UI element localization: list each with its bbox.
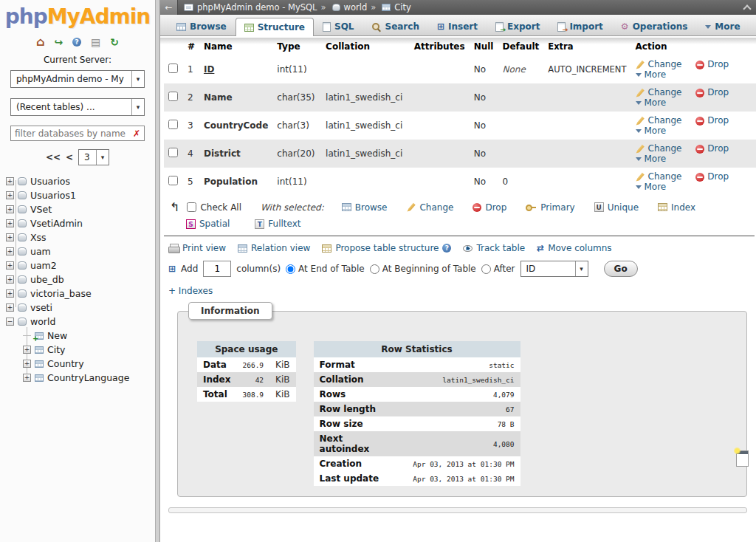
drop-link[interactable]: Drop — [695, 115, 729, 126]
tab-insert[interactable]: ⊞Insert — [428, 17, 487, 35]
tab-operations[interactable]: ⚙Operations — [612, 17, 697, 35]
more-link[interactable]: More — [636, 69, 667, 80]
expand-icon[interactable] — [6, 219, 14, 227]
home-icon[interactable]: ⌂ — [36, 35, 44, 49]
selected-primary-link[interactable]: Primary — [526, 202, 574, 213]
check-all[interactable]: Check All — [187, 202, 241, 213]
row-checkbox[interactable] — [168, 64, 178, 73]
change-link[interactable]: Change — [636, 59, 682, 69]
tab-more[interactable]: More — [696, 17, 749, 35]
db-item[interactable]: vseti — [6, 301, 155, 315]
db-item[interactable]: VSet — [6, 202, 155, 216]
tab-browse[interactable]: Browse — [168, 17, 236, 35]
tab-search[interactable]: Search — [362, 17, 427, 35]
docs-icon[interactable]: ▤ — [91, 36, 100, 48]
selected-change-link[interactable]: Change — [406, 202, 453, 213]
page-fast-prev[interactable]: << — [46, 152, 61, 162]
drop-link[interactable]: Drop — [695, 143, 729, 154]
back-button[interactable]: ← — [160, 0, 178, 15]
row-checkbox[interactable] — [168, 148, 178, 157]
expand-icon[interactable] — [6, 275, 14, 284]
indexes-link[interactable]: + Indexes — [168, 286, 213, 296]
db-item[interactable]: VsetiAdmin — [6, 216, 155, 230]
selected-spatial-link[interactable]: Spatial — [186, 219, 230, 229]
breadcrumb-server[interactable]: phpMyAdmin demo - MySQL — [197, 2, 317, 13]
tab-export[interactable]: Export — [487, 17, 549, 35]
selected-index-link[interactable]: Index — [658, 202, 695, 213]
row-checkbox[interactable] — [168, 176, 178, 185]
tab-import[interactable]: Import — [549, 17, 611, 35]
expand-icon[interactable] — [6, 247, 14, 255]
db-item[interactable]: Usuarios1 — [6, 188, 155, 202]
selected-browse-link[interactable]: Browse — [342, 202, 388, 213]
expand-icon[interactable] — [6, 191, 14, 199]
database-filter-input[interactable] — [15, 128, 133, 139]
clear-filter-icon[interactable]: ✗ — [133, 128, 140, 139]
server-select[interactable]: phpMyAdmin demo - My ▾ — [10, 70, 145, 88]
drop-link[interactable]: Drop — [695, 171, 729, 182]
change-link[interactable]: Change — [636, 171, 682, 182]
page-select[interactable]: 3 ▾ — [78, 149, 109, 165]
track-table-link[interactable]: Track table — [463, 243, 525, 253]
change-link[interactable]: Change — [636, 115, 682, 126]
help-icon[interactable] — [72, 38, 81, 47]
radio-at-beginning[interactable]: At Beginning of Table — [370, 264, 476, 274]
new-table-item[interactable]: New — [17, 329, 155, 343]
db-item[interactable]: uam — [6, 244, 155, 258]
go-button[interactable]: Go — [604, 261, 638, 277]
more-link[interactable]: More — [636, 182, 667, 192]
expand-icon[interactable] — [23, 374, 31, 382]
panel-divider[interactable] — [155, 0, 160, 542]
selected-drop-link[interactable]: Drop — [472, 202, 506, 213]
collapse-icon[interactable] — [6, 318, 14, 326]
db-item-world[interactable]: world — [6, 315, 155, 329]
recent-tables-select[interactable]: (Recent tables) ... ▾ — [10, 98, 145, 116]
expand-icon[interactable] — [6, 205, 14, 213]
radio-after[interactable]: After — [481, 264, 515, 274]
phpmyadmin-logo[interactable]: phpMyAdmin — [0, 4, 155, 29]
propose-structure-link[interactable]: Propose table structure — [322, 243, 451, 253]
row-checkbox[interactable] — [168, 92, 178, 101]
expand-icon[interactable] — [6, 261, 14, 270]
at-beginning-radio[interactable] — [370, 264, 379, 274]
db-item[interactable]: victoria_base — [6, 287, 155, 301]
move-columns-link[interactable]: ⇄Move columns — [537, 243, 611, 253]
db-item[interactable]: Usuarios — [6, 174, 155, 188]
db-item[interactable]: Xss — [6, 230, 155, 244]
selected-fulltext-link[interactable]: Fulltext — [255, 219, 300, 229]
row-checkbox[interactable] — [168, 120, 178, 129]
help-icon[interactable] — [442, 244, 451, 253]
expand-icon[interactable] — [23, 360, 31, 368]
drop-link[interactable]: Drop — [695, 59, 729, 69]
after-column-select[interactable]: ID ▾ — [520, 261, 588, 277]
db-item[interactable]: uam2 — [6, 258, 155, 272]
check-all-checkbox[interactable] — [187, 202, 196, 212]
expand-icon[interactable] — [6, 233, 14, 241]
open-new-window-icon[interactable] — [736, 450, 749, 467]
table-item-country[interactable]: Country — [17, 357, 155, 371]
breadcrumb-table[interactable]: City — [394, 2, 411, 13]
tab-structure[interactable]: Structure — [236, 18, 314, 36]
print-view-link[interactable]: Print view — [168, 243, 226, 253]
relation-view-link[interactable]: Relation view — [238, 243, 310, 253]
after-radio[interactable] — [481, 264, 491, 274]
table-item-countrylanguage[interactable]: CountryLanguage — [17, 371, 155, 385]
drop-link[interactable]: Drop — [695, 87, 729, 97]
radio-at-end[interactable]: At End of Table — [286, 264, 365, 274]
change-link[interactable]: Change — [636, 87, 682, 97]
table-item-city[interactable]: City — [17, 343, 155, 357]
expand-icon[interactable] — [6, 289, 14, 298]
tab-sql[interactable]: SQL — [314, 17, 363, 35]
page-prev[interactable]: < — [66, 152, 73, 162]
expand-icon[interactable] — [6, 177, 14, 185]
more-link[interactable]: More — [636, 126, 667, 136]
expand-icon[interactable] — [6, 303, 14, 312]
expand-icon[interactable] — [23, 346, 31, 354]
add-count-input[interactable] — [203, 261, 231, 277]
more-link[interactable]: More — [636, 154, 667, 164]
db-item[interactable]: ube_db — [6, 272, 155, 287]
change-link[interactable]: Change — [636, 143, 682, 154]
logout-icon[interactable]: ↪ — [54, 36, 63, 48]
collapse-topbar-icon[interactable] — [743, 4, 751, 13]
more-link[interactable]: More — [636, 97, 667, 108]
